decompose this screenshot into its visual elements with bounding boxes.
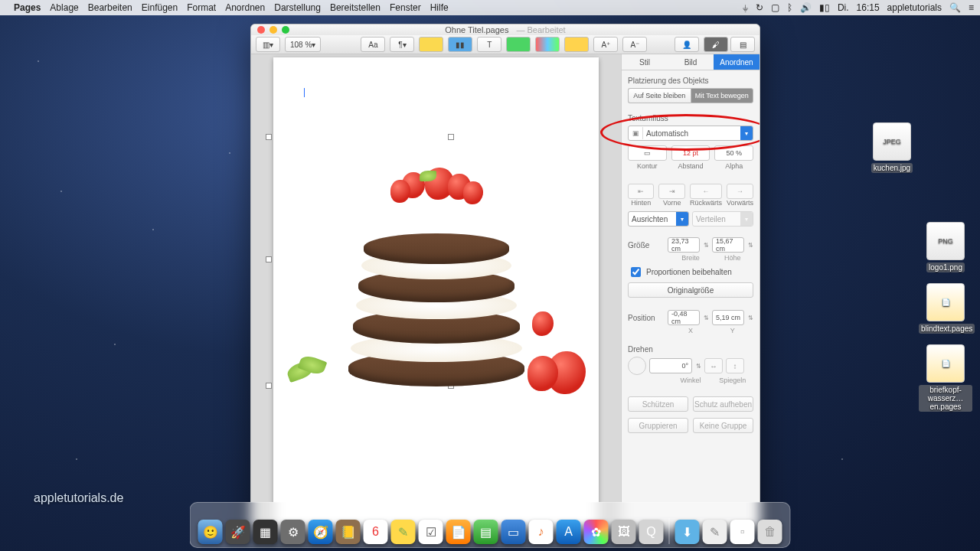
appstore-icon[interactable]: A xyxy=(557,520,581,544)
desktop-file-briefkopf[interactable]: 📄 briefkopf-wasserz…en.pages xyxy=(919,344,972,412)
menu-bearbeiten[interactable]: Bearbeiten xyxy=(88,2,132,13)
tab-anordnen[interactable]: Anordnen xyxy=(714,54,760,70)
zoom-button[interactable] xyxy=(282,26,289,34)
handle-tl[interactable] xyxy=(266,134,272,140)
order-back[interactable]: ⇤ xyxy=(628,184,654,199)
battery-icon[interactable]: ▮▯ xyxy=(819,2,830,13)
calendar-icon[interactable]: 6 xyxy=(364,520,388,544)
menubar[interactable]: Pages Ablage Bearbeiten Einfügen Format … xyxy=(0,0,980,15)
menubar-day[interactable]: Di. xyxy=(838,2,849,13)
desktop-file-kuchen[interactable]: JPEG kuchen.jpg xyxy=(865,122,919,173)
ungroup-button[interactable]: Keine Gruppe xyxy=(693,418,753,433)
y-input[interactable]: 5,19 cm xyxy=(712,310,744,325)
alpha-ctrl[interactable]: 50 % xyxy=(714,145,753,161)
itunes-icon[interactable]: ♪ xyxy=(529,520,554,544)
keynote-icon[interactable]: ▭ xyxy=(501,520,526,544)
tab-bild[interactable]: Bild xyxy=(668,54,714,70)
order-backward[interactable]: ← xyxy=(690,184,722,199)
text-button[interactable]: T xyxy=(477,37,501,52)
rotate-dial[interactable] xyxy=(628,357,646,375)
wifi-icon[interactable]: ⏚ xyxy=(743,2,748,13)
quicktime-icon[interactable]: Q xyxy=(639,520,664,544)
contacts-icon[interactable]: 📒 xyxy=(336,520,361,544)
order-forward[interactable]: → xyxy=(727,184,753,199)
paragraph-button[interactable]: ¶▾ xyxy=(390,37,414,52)
timemachine-icon[interactable]: ↻ xyxy=(756,2,763,13)
menu-bereitstellen[interactable]: Bereitstellen xyxy=(330,2,381,13)
menu-darstellung[interactable]: Darstellung xyxy=(274,2,321,13)
dock[interactable]: 🙂 🚀 ▦ ⚙ 🧭 📒 6 ✎ ☑ 📄 ▤ ▭ ♪ A ✿ 🖼 Q ⬇ ✎ ▫ … xyxy=(190,502,791,548)
textedit-icon[interactable]: ✎ xyxy=(703,520,727,544)
page[interactable] xyxy=(273,57,599,530)
comment-button[interactable] xyxy=(564,37,589,52)
flip-v-button[interactable]: ↕ xyxy=(726,358,744,373)
blank-doc-icon[interactable]: ▫ xyxy=(730,520,755,544)
align-dropdown[interactable]: Ausrichten▾ xyxy=(628,211,689,227)
format-panel-button[interactable]: 🖌 xyxy=(704,37,728,52)
x-input[interactable]: -0,48 cm xyxy=(668,310,700,325)
minimize-button[interactable] xyxy=(270,26,277,34)
menubar-user[interactable]: appletutorials xyxy=(887,2,942,13)
missioncontrol-icon[interactable]: ▦ xyxy=(253,520,278,544)
font-button[interactable]: Aa xyxy=(361,37,385,52)
height-input[interactable]: 15,67 cm xyxy=(712,237,744,253)
original-size-button[interactable]: Originalgröße xyxy=(628,282,753,298)
wrap-dropdown[interactable]: ▣ Automatisch ▾ xyxy=(628,126,753,141)
trash-icon[interactable]: 🗑 xyxy=(758,520,782,544)
group-button[interactable]: Gruppieren xyxy=(628,418,688,433)
safari-icon[interactable]: 🧭 xyxy=(309,520,333,544)
menu-einfuegen[interactable]: Einfügen xyxy=(142,2,178,13)
bluetooth-icon[interactable]: ᛒ xyxy=(787,2,792,13)
selected-image[interactable] xyxy=(281,134,591,386)
dropdown-arrow-icon[interactable]: ▾ xyxy=(740,126,753,140)
close-button[interactable] xyxy=(257,26,265,34)
photos-icon[interactable]: ✿ xyxy=(584,520,609,544)
flip-h-button[interactable]: ↔ xyxy=(704,358,723,373)
menubar-app[interactable]: Pages xyxy=(14,2,41,13)
fontsize-up[interactable]: A⁺ xyxy=(593,37,618,52)
tab-stil[interactable]: Stil xyxy=(622,54,668,70)
reminders-icon[interactable]: ☑ xyxy=(419,520,443,544)
unprotect-button[interactable]: Schutz aufheben xyxy=(693,396,753,412)
spotlight-icon[interactable]: 🔍 xyxy=(949,2,961,13)
handle-ml[interactable] xyxy=(266,256,272,262)
notifications-icon[interactable]: ≡ xyxy=(969,2,974,13)
pages-dock-icon[interactable]: 📄 xyxy=(446,520,471,544)
downloads-icon[interactable]: ⬇ xyxy=(675,520,700,544)
collaborate-button[interactable]: 👤 xyxy=(675,37,699,52)
launchpad-icon[interactable]: 🚀 xyxy=(226,520,250,544)
placement-move[interactable]: Mit Text bewegen xyxy=(691,88,754,103)
handle-bl[interactable] xyxy=(266,383,272,389)
settings-icon[interactable]: ⚙ xyxy=(281,520,305,544)
kontur-ctrl[interactable]: ▭ xyxy=(628,145,667,161)
menu-format[interactable]: Format xyxy=(187,2,216,13)
placement-stay[interactable]: Auf Seite bleiben xyxy=(628,88,691,103)
desktop-file-blindtext[interactable]: 📄 blindtext.pages xyxy=(919,283,972,334)
numbers-icon[interactable]: ▤ xyxy=(474,520,498,544)
shape-button[interactable] xyxy=(506,37,531,52)
view-button[interactable]: ▥▾ xyxy=(256,37,280,52)
highlight-button[interactable] xyxy=(419,37,443,52)
order-front[interactable]: ⇥ xyxy=(658,184,684,199)
menu-anordnen[interactable]: Anordnen xyxy=(225,2,265,13)
chart-button[interactable]: ▮▮ xyxy=(448,37,472,52)
finder-icon[interactable]: 🙂 xyxy=(198,520,223,544)
protect-button[interactable]: Schützen xyxy=(628,396,688,412)
menu-ablage[interactable]: Ablage xyxy=(50,2,78,13)
document-panel-button[interactable]: ▤ xyxy=(730,37,755,52)
zoom-select[interactable]: 108 % ▾ xyxy=(285,37,321,52)
abstand-ctrl[interactable]: 12 pt xyxy=(671,145,710,161)
menu-fenster[interactable]: Fenster xyxy=(390,2,421,13)
angle-input[interactable]: 0° xyxy=(649,358,692,373)
airplay-icon[interactable]: ▢ xyxy=(771,2,779,13)
media-button[interactable] xyxy=(535,37,560,52)
preview-icon[interactable]: 🖼 xyxy=(612,520,636,544)
document-canvas[interactable] xyxy=(251,54,621,530)
menu-hilfe[interactable]: Hilfe xyxy=(430,2,449,13)
menubar-time[interactable]: 16:15 xyxy=(857,2,880,13)
desktop-file-logo1[interactable]: PNG logo1.png xyxy=(919,222,972,272)
constrain-checkbox[interactable] xyxy=(631,267,641,277)
fontsize-down[interactable]: A⁻ xyxy=(622,37,647,52)
notes-icon[interactable]: ✎ xyxy=(391,520,416,544)
volume-icon[interactable]: 🔊 xyxy=(800,2,812,13)
